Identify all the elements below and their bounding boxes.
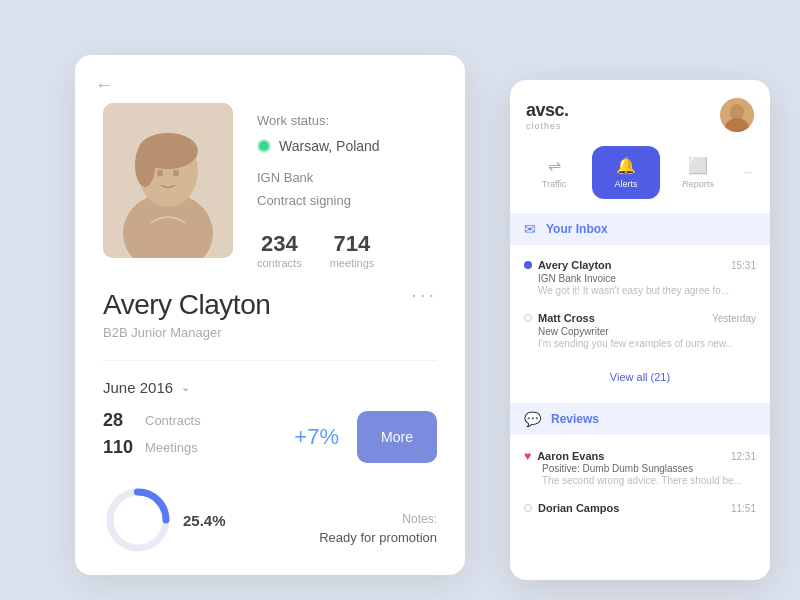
meetings-stat: 714 meetings xyxy=(330,231,375,269)
right-panel: avsc. clothes ⇌ Traffic 🔔 Alerts ⬜ Repor… xyxy=(510,80,770,580)
person-name: Avery Clayton xyxy=(103,289,437,321)
view-all-row: View all (21) xyxy=(510,357,770,395)
status-dot xyxy=(257,139,271,153)
review-sender: Aaron Evans xyxy=(537,450,604,462)
message-item[interactable]: Matt Cross Yesterday New Copywriter I'm … xyxy=(510,304,770,357)
right-avatar xyxy=(720,98,754,132)
tab-reports[interactable]: ⬜ Reports xyxy=(664,146,732,199)
status-row: Warsaw, Poland xyxy=(257,138,437,154)
name-section: Avery Clayton B2B Junior Manager xyxy=(75,289,465,360)
review-item[interactable]: Dorian Campos 11:51 xyxy=(510,494,770,522)
contracts-stat: 234 contracts xyxy=(257,231,302,269)
inbox-icon: ✉ xyxy=(524,221,536,237)
bell-icon: 🔔 xyxy=(616,156,636,175)
tab-alerts-label: Alerts xyxy=(614,179,637,189)
heart-icon: ♥ xyxy=(524,449,531,463)
review-top: ♥ Aaron Evans 12:31 xyxy=(524,449,756,463)
profile-section: ← xyxy=(75,55,465,289)
person-title: B2B Junior Manager xyxy=(103,325,437,340)
reports-icon: ⬜ xyxy=(688,156,708,175)
inbox-header: ✉ Your Inbox xyxy=(510,213,770,245)
msg-sender: Avery Clayton xyxy=(538,259,612,271)
meetings-label: meetings xyxy=(330,257,375,269)
meetings-count: 714 xyxy=(330,231,375,257)
circle-chart-area: 25.4% xyxy=(103,485,226,555)
unread-dot xyxy=(524,261,532,269)
reviews-section: 💬 Reviews ♥ Aaron Evans 12:31 Positive: … xyxy=(510,403,770,530)
msg-time: Yesterday xyxy=(712,313,756,324)
read-dot xyxy=(524,314,532,322)
svg-point-4 xyxy=(135,143,155,187)
svg-point-10 xyxy=(730,104,744,120)
msg-preview: We got it! It wasn't easy but they agree… xyxy=(524,285,756,296)
msg-top: Avery Clayton 15:31 xyxy=(524,259,756,271)
notes-section: Notes: Ready for promotion xyxy=(319,512,437,545)
work-status-label: Work status: xyxy=(257,113,437,128)
reviews-icon: 💬 xyxy=(524,411,541,427)
msg-subject: New Copywriter xyxy=(524,326,756,337)
review-preview: The second wrong advice. There should be… xyxy=(524,475,756,486)
msg-sender: Matt Cross xyxy=(538,312,595,324)
review-top: Dorian Campos 11:51 xyxy=(524,502,756,514)
tab-traffic[interactable]: ⇌ Traffic xyxy=(520,146,588,199)
view-all-link[interactable]: View all (21) xyxy=(610,371,670,383)
brand-logo: avsc. xyxy=(526,100,569,120)
back-button[interactable]: ← xyxy=(95,75,113,96)
bottom-section: June 2016 ⌄ 28 Contracts 110 Meetings +7… xyxy=(75,361,465,482)
msg-subject: IGN Bank Invoice xyxy=(524,273,756,284)
tab-partial: ··· xyxy=(736,157,760,188)
profile-card: ← xyxy=(75,55,465,575)
contracts-count: 234 xyxy=(257,231,302,257)
chevron-down-icon: ⌄ xyxy=(181,381,190,394)
metric-meetings-name: Meetings xyxy=(145,440,198,455)
nav-tabs: ⇌ Traffic 🔔 Alerts ⬜ Reports ··· xyxy=(510,146,770,199)
more-options-button[interactable]: ··· xyxy=(411,283,437,306)
brand-sub: clothes xyxy=(526,121,569,131)
empty-dot xyxy=(524,504,532,512)
status-location: Warsaw, Poland xyxy=(279,138,380,154)
avatar xyxy=(103,103,233,258)
circle-pct-label: 25.4% xyxy=(183,512,226,529)
month-label: June 2016 xyxy=(103,379,173,396)
metric-contracts-num: 28 xyxy=(103,410,135,431)
message-item[interactable]: Avery Clayton 15:31 IGN Bank Invoice We … xyxy=(510,251,770,304)
notes-label: Notes: xyxy=(319,512,437,526)
metric-contracts-name: Contracts xyxy=(145,413,201,428)
work-line2: Contract signing xyxy=(257,193,351,208)
metric-meetings-num: 110 xyxy=(103,437,135,458)
more-button[interactable]: More xyxy=(357,411,437,463)
tab-traffic-label: Traffic xyxy=(542,179,567,189)
review-time: 12:31 xyxy=(731,451,756,462)
metrics-row: 28 Contracts 110 Meetings +7% More xyxy=(103,410,437,464)
month-row[interactable]: June 2016 ⌄ xyxy=(103,379,437,396)
review-sender-row: Dorian Campos xyxy=(524,502,619,514)
review-sender-row: ♥ Aaron Evans xyxy=(524,449,604,463)
metric-contracts: 28 Contracts xyxy=(103,410,276,431)
right-header: avsc. clothes xyxy=(510,80,770,146)
msg-top: Matt Cross Yesterday xyxy=(524,312,756,324)
review-time: 11:51 xyxy=(731,503,756,514)
metric-meetings: 110 Meetings xyxy=(103,437,276,458)
tab-alerts[interactable]: 🔔 Alerts xyxy=(592,146,660,199)
msg-sender-row: Matt Cross xyxy=(524,312,595,324)
traffic-icon: ⇌ xyxy=(548,156,561,175)
msg-preview: I'm sending you few examples of ours new… xyxy=(524,338,756,349)
svg-point-6 xyxy=(173,170,179,177)
notes-value: Ready for promotion xyxy=(319,530,437,545)
percent-change: +7% xyxy=(294,424,339,450)
work-line1: IGN Bank xyxy=(257,170,313,185)
inbox-section: ✉ Your Inbox Avery Clayton 15:31 IGN Ban… xyxy=(510,213,770,403)
msg-sender-row: Avery Clayton xyxy=(524,259,612,271)
inbox-title: Your Inbox xyxy=(546,222,608,236)
circle-chart xyxy=(103,485,173,555)
msg-time: 15:31 xyxy=(731,260,756,271)
reviews-title: Reviews xyxy=(551,412,599,426)
avatar-image xyxy=(103,103,233,258)
metric-list: 28 Contracts 110 Meetings xyxy=(103,410,276,464)
work-details: IGN Bank Contract signing xyxy=(257,166,437,213)
review-subject: Positive: Dumb Dumb Sunglasses xyxy=(524,463,756,474)
reviews-header: 💬 Reviews xyxy=(510,403,770,435)
review-item[interactable]: ♥ Aaron Evans 12:31 Positive: Dumb Dumb … xyxy=(510,441,770,494)
contracts-label: contracts xyxy=(257,257,302,269)
stats-row: 234 contracts 714 meetings xyxy=(257,231,437,269)
